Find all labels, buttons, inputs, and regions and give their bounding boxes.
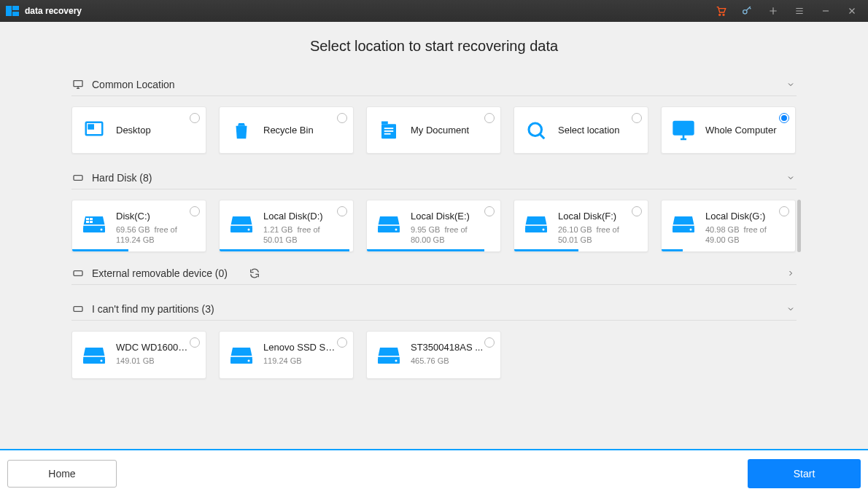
disk-icon (71, 171, 85, 184)
svg-rect-16 (74, 176, 82, 181)
footer: Home Start (0, 449, 868, 497)
svg-rect-34 (673, 224, 694, 226)
radio-indicator (484, 337, 495, 348)
location-card[interactable]: Recycle Bin (219, 106, 354, 154)
drive-icon (524, 212, 548, 235)
partition-size: 119.24 GB (263, 356, 336, 366)
disk-usage: 1.21 GB free of50.01 GB (263, 224, 323, 246)
svg-rect-15 (674, 122, 694, 134)
partition-card[interactable]: WDC WD1600A...149.01 GB (71, 331, 206, 379)
disk-icon (71, 267, 85, 280)
radio-indicator (484, 206, 495, 216)
location-card[interactable]: Select location (514, 106, 648, 154)
disk-card[interactable]: Local Disk(E:)9.95 GB free of80.00 GB (366, 200, 501, 252)
partition-card[interactable]: ST3500418AS ...465.76 GB (366, 331, 501, 379)
scrollbar[interactable] (797, 200, 801, 252)
disk-usage: 40.98 GB free of49.00 GB (705, 224, 767, 246)
usage-bar (367, 249, 484, 251)
location-card[interactable]: My Document (366, 106, 501, 154)
home-button[interactable]: Home (7, 460, 117, 488)
svg-rect-12 (384, 133, 391, 134)
drive-icon (230, 212, 253, 235)
svg-rect-36 (74, 271, 82, 276)
svg-rect-10 (384, 128, 394, 129)
svg-point-43 (248, 360, 250, 362)
cart-icon[interactable] (710, 0, 731, 22)
disk-icon (71, 302, 85, 316)
disk-name: Disk(C:) (116, 211, 177, 222)
disk-card[interactable]: Disk(C:)69.56 GB free of119.24 GB (71, 200, 206, 252)
start-button[interactable]: Start (748, 459, 861, 488)
radio-indicator (337, 113, 347, 123)
svg-rect-6 (74, 81, 82, 87)
svg-rect-8 (89, 125, 93, 128)
disk-card[interactable]: Local Disk(D:)1.21 GB free of50.01 GB (219, 200, 354, 252)
disk-name: Local Disk(E:) (411, 211, 470, 222)
disk-card[interactable]: Local Disk(F:)26.10 GB free of50.01 GB (514, 200, 648, 252)
section-header-common[interactable]: Common Location (71, 74, 797, 96)
minimize-icon[interactable] (815, 0, 836, 22)
partition-size: 149.01 GB (116, 356, 189, 366)
disk-usage: 26.10 GB free of50.01 GB (558, 224, 619, 246)
svg-point-19 (101, 229, 103, 231)
main-area: Select location to start recovering data… (0, 22, 868, 449)
radio-indicator (632, 113, 642, 123)
usage-bar (662, 249, 683, 251)
title-bar: data recovery (0, 0, 868, 22)
disk-card[interactable]: Local Disk(G:)40.98 GB free of49.00 GB (661, 200, 796, 252)
monitor-icon (71, 78, 85, 91)
usage-bar (514, 249, 578, 251)
refresh-icon[interactable] (248, 267, 261, 280)
plus-icon[interactable] (763, 0, 783, 22)
recycle-bin-icon (230, 119, 253, 142)
partition-size: 465.76 GB (411, 356, 483, 366)
page-heading: Select location to start recovering data (0, 38, 868, 55)
svg-rect-22 (86, 221, 89, 223)
svg-point-26 (248, 229, 250, 231)
svg-point-3 (719, 14, 721, 15)
chevron-down-icon (785, 79, 797, 90)
section-title: I can't find my partitions (3) (92, 303, 214, 315)
key-icon[interactable] (737, 0, 757, 22)
partition-card[interactable]: Lenovo SSD SL...119.24 GB (219, 331, 354, 379)
radio-indicator (190, 337, 200, 348)
close-icon[interactable] (842, 0, 862, 22)
svg-rect-1 (12, 6, 19, 10)
radio-indicator (779, 206, 789, 216)
radio-indicator (484, 113, 495, 123)
location-card[interactable]: Whole Computer (661, 106, 796, 154)
radio-indicator (337, 337, 347, 348)
svg-rect-28 (378, 224, 400, 226)
section-header-hard-disk[interactable]: Hard Disk (8) (71, 167, 797, 189)
svg-rect-20 (86, 218, 89, 220)
drive-icon (82, 212, 106, 235)
svg-point-29 (395, 229, 398, 231)
svg-rect-39 (83, 356, 105, 357)
disk-usage: 9.95 GB free of80.00 GB (411, 224, 470, 246)
partition-name: Lenovo SSD SL... (263, 342, 336, 353)
svg-rect-21 (90, 218, 93, 220)
usage-bar (220, 249, 349, 251)
section-header-external[interactable]: External removable device (0) (71, 262, 797, 285)
section-header-partitions[interactable]: I can't find my partitions (3) (71, 298, 797, 321)
svg-point-5 (743, 10, 747, 14)
drive-icon (230, 343, 253, 367)
svg-point-40 (101, 360, 103, 362)
svg-point-14 (529, 123, 542, 136)
drive-icon (82, 343, 106, 367)
svg-rect-11 (384, 130, 394, 132)
usage-bar (72, 249, 128, 251)
document-icon (377, 119, 400, 142)
svg-rect-2 (12, 12, 19, 16)
app-title: data recovery (25, 6, 82, 16)
section-title: Hard Disk (8) (92, 172, 152, 184)
location-card[interactable]: Desktop (71, 106, 206, 154)
disk-name: Local Disk(F:) (558, 211, 619, 222)
section-title: Common Location (92, 79, 175, 90)
radio-indicator (779, 113, 789, 123)
drive-icon (377, 343, 400, 367)
svg-rect-0 (6, 6, 12, 16)
chevron-down-icon (785, 303, 797, 315)
svg-rect-37 (74, 307, 82, 312)
menu-icon[interactable] (789, 0, 810, 22)
